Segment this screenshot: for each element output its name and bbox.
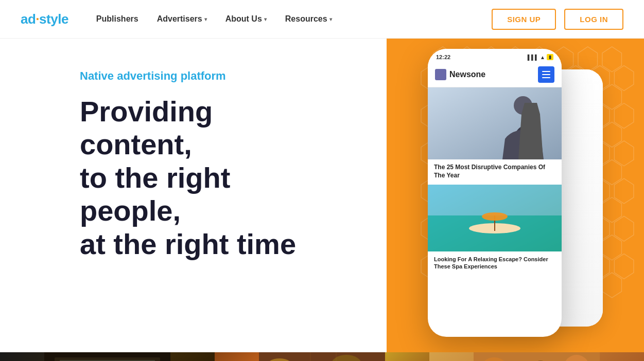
hero-section: Native advertising platform Providing co…	[0, 39, 644, 352]
battery-icon: ▮	[547, 54, 553, 60]
menu-line-2	[542, 74, 550, 75]
svg-marker-109	[602, 273, 622, 298]
phone-article2-image	[428, 185, 562, 251]
header: ad·style Publishers Advertisers ▾ About …	[0, 0, 644, 39]
strip-img2-svg	[215, 352, 429, 361]
svg-marker-24	[602, 84, 622, 110]
hero-subtitle: Native advertising platform	[80, 69, 319, 83]
nav-about-us-label: About Us	[225, 14, 262, 24]
strip-image-2	[215, 352, 429, 361]
nav-resources-label: Resources	[285, 14, 327, 24]
hero-title-line1: Providing content,	[80, 95, 213, 160]
svg-rect-113	[428, 185, 562, 215]
menu-line-1	[542, 71, 550, 72]
phone-status-icons: ▌▌▌ ▲ ▮	[528, 54, 553, 60]
signup-button[interactable]: SIGN UP	[492, 9, 556, 30]
phone-time: 12:22	[436, 54, 450, 60]
nav-advertisers-label: Advertisers	[157, 14, 202, 24]
svg-marker-67	[614, 178, 634, 204]
signal-icon: ▌▌▌	[528, 55, 538, 60]
nav-left: ad·style Publishers Advertisers ▾ About …	[21, 10, 339, 28]
phone-menu-button[interactable]	[538, 66, 554, 83]
menu-line-3	[542, 77, 550, 78]
image-strip: 1333 × 779	[0, 352, 644, 361]
nav-advertisers[interactable]: Advertisers ▾	[150, 10, 214, 28]
phone-article2-caption: Looking For A Relaxing Escape? Consider …	[428, 251, 562, 275]
nav-right: SIGN UP LOG IN	[492, 9, 623, 30]
svg-marker-6	[578, 47, 598, 72]
logo-text: ad·style	[21, 11, 68, 27]
phone-status-bar: 12:22 ▌▌▌ ▲ ▮	[428, 49, 562, 63]
strip-img3-svg	[429, 352, 644, 361]
logo[interactable]: ad·style	[21, 11, 68, 27]
svg-marker-92	[602, 235, 622, 260]
nav-resources[interactable]: Resources ▾	[278, 10, 339, 28]
logo-style: style	[39, 11, 68, 27]
svg-marker-75	[602, 197, 622, 223]
login-button[interactable]: LOG IN	[564, 9, 623, 30]
phone-app-header: Newsone	[428, 63, 562, 87]
phone-app-name-text: Newsone	[449, 70, 485, 79]
hero-title-line2: to the right people,	[80, 161, 230, 227]
chevron-down-icon: ▾	[264, 16, 267, 22]
svg-marker-58	[602, 160, 622, 185]
nav-about-us[interactable]: About Us ▾	[218, 10, 274, 28]
chevron-down-icon: ▾	[329, 16, 332, 22]
svg-marker-50	[614, 141, 634, 166]
phone-article1-image	[428, 87, 562, 159]
chevron-down-icon: ▾	[204, 16, 207, 22]
hero-title-line3: at the right time	[80, 228, 296, 260]
svg-marker-33	[614, 103, 634, 129]
article1-image-svg	[428, 87, 562, 159]
phone-app-icon	[435, 69, 446, 80]
wifi-icon: ▲	[540, 55, 545, 60]
strip-img1-svg	[0, 352, 215, 361]
phone-app-name-container: Newsone	[435, 69, 485, 80]
svg-marker-84	[614, 216, 634, 241]
svg-point-111	[514, 96, 532, 115]
nav-publishers-label: Publishers	[96, 14, 138, 24]
nav-publishers[interactable]: Publishers	[89, 10, 146, 28]
svg-point-117	[482, 212, 508, 221]
strip-image-1	[0, 352, 215, 361]
svg-marker-101	[614, 254, 634, 279]
svg-marker-16	[614, 66, 634, 91]
strip-image-3: 1333 × 779	[429, 352, 644, 361]
phone-mockup-primary: 12:22 ▌▌▌ ▲ ▮ Newsone	[428, 49, 562, 337]
logo-ad: ad	[21, 11, 36, 27]
article2-image-svg	[428, 185, 562, 251]
svg-rect-110	[428, 87, 562, 159]
hero-content: Native advertising platform Providing co…	[0, 39, 319, 261]
svg-marker-41	[602, 122, 622, 147]
hero-title: Providing content, to the right people, …	[80, 95, 319, 261]
phone-article1-caption: The 25 Most Disruptive Companies Of The …	[428, 159, 562, 184]
main-nav: Publishers Advertisers ▾ About Us ▾ Reso…	[89, 10, 339, 28]
svg-marker-7	[602, 47, 622, 72]
